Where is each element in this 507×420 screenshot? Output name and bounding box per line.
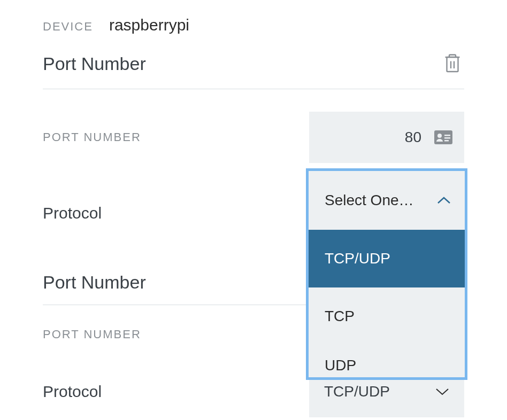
port-number-field-1[interactable]: 80 [309, 112, 464, 163]
svg-rect-6 [444, 137, 450, 139]
svg-rect-7 [444, 140, 449, 142]
protocol-label-1: Protocol [43, 204, 102, 222]
port-number-label-1: PORT NUMBER [43, 130, 141, 144]
chevron-down-icon [435, 387, 449, 396]
device-name: raspberrypi [109, 16, 189, 34]
port-number-row-1: PORT NUMBER 80 [43, 112, 464, 163]
protocol-value-2: TCP/UDP [324, 383, 390, 400]
device-row: DEVICE raspberrypi [43, 16, 464, 34]
dropdown-placeholder: Select One… [325, 192, 414, 209]
delete-button[interactable] [441, 50, 464, 77]
dropdown-header[interactable]: Select One… [309, 171, 465, 230]
heading-text-2: Port Number [43, 272, 146, 293]
heading-text-1: Port Number [43, 53, 146, 74]
protocol-dropdown-open[interactable]: Select One… TCP/UDP TCP UDP [306, 168, 467, 380]
id-card-icon [434, 130, 452, 144]
svg-point-4 [437, 134, 442, 138]
device-label: DEVICE [43, 20, 93, 34]
svg-rect-0 [447, 57, 458, 72]
section-heading-1: Port Number [43, 50, 464, 89]
trash-icon [443, 52, 462, 75]
dropdown-option-tcpudp[interactable]: TCP/UDP [309, 230, 465, 287]
dropdown-option-tcp[interactable]: TCP [309, 287, 465, 345]
svg-rect-5 [444, 135, 450, 136]
protocol-row-1: Protocol Select One… TCP/UDP TCP UDP [43, 188, 464, 239]
port-number-value-1: 80 [405, 129, 421, 146]
protocol-label-2: Protocol [43, 383, 102, 401]
port-number-label-2: PORT NUMBER [43, 328, 141, 341]
chevron-up-icon [437, 196, 451, 205]
dropdown-option-udp[interactable]: UDP [309, 345, 465, 377]
